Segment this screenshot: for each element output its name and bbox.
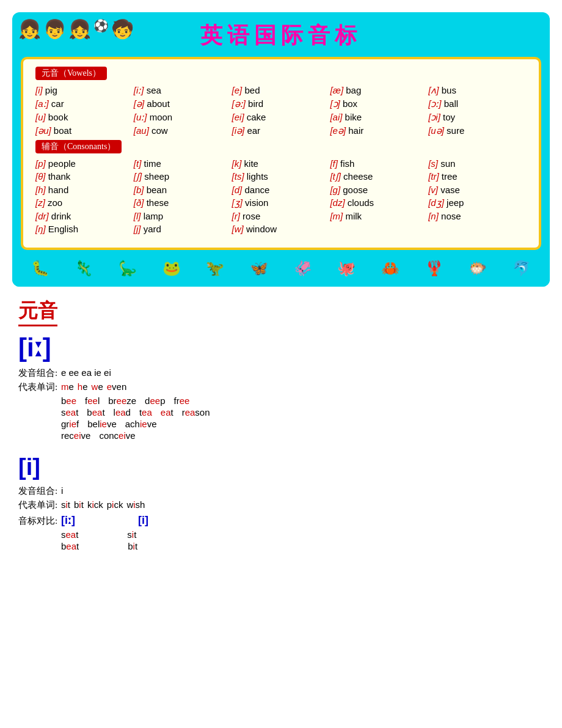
word-me: me (61, 381, 74, 392)
cons-cell: [s] sun (428, 158, 527, 169)
vowel-cell: [ə] about (134, 98, 232, 109)
cons-cell: [j] yard (134, 224, 232, 234)
section-title: 元音 (18, 298, 57, 326)
cons-cell: [m] milk (330, 211, 428, 221)
monster3: 🦕 (114, 255, 142, 282)
example-label: 代表单词: (18, 381, 61, 393)
word-lead: lead (114, 407, 131, 417)
vowels-grid: [i] pig [iː] sea [e] bed [æ] bag [ʌ] bus… (35, 85, 527, 136)
word-sit: sit (61, 499, 70, 510)
monster5: 🦖 (202, 255, 229, 282)
word-he: he (78, 381, 88, 392)
vowel-cell: [iə] ear (232, 125, 330, 136)
word-sit-compare: sit (127, 529, 136, 540)
pronunciation-combo2: i (61, 485, 63, 496)
word-line-3: seat beat lead tea eat reason (61, 407, 544, 417)
word-line-5: receive conceive (61, 430, 544, 441)
cons-cell: [θ] thank (35, 171, 134, 182)
vowel-cell: [e] bed (232, 85, 330, 96)
vowels-label: 元音（Vowels） (35, 67, 107, 80)
vowel-cell: [iː] sea (134, 85, 232, 96)
cons-cell: [ʃ] sheep (134, 171, 232, 182)
word-breeze: breeze (108, 395, 136, 406)
vowel-cell: [ɔː] ball (428, 98, 527, 109)
cons-cell: [ŋ] English (35, 224, 134, 234)
cons-cell: [w] window (232, 224, 330, 234)
word-beat: beat (87, 407, 104, 417)
vowels-section: 元音 [iː] 发音组合: e ee ea ie ei 代表单词: me he … (12, 298, 550, 551)
word-kick: kick (87, 499, 103, 510)
figure3: 👧 (68, 18, 91, 40)
monster12: 🐬 (508, 255, 536, 282)
vowel-cell: [eə] hair (330, 125, 428, 136)
vowel-cell: [aː] car (35, 98, 134, 109)
phoneme-i-long: [iː] (18, 333, 544, 362)
vowel-cell: [ɔ] box (330, 98, 428, 109)
example-label2: 代表单词: (18, 499, 61, 511)
compare-row-header: 音标对比: [iː] [i] (18, 513, 544, 527)
vowel-cell: [ʌ] bus (428, 85, 527, 96)
word-receive: receive (61, 430, 90, 441)
word-line-4: grief believe achieve (61, 419, 544, 429)
word-reason: reason (182, 407, 210, 417)
cons-cell: [tʃ] cheese (330, 171, 428, 182)
cons-cell: [f] fish (330, 158, 428, 169)
figure1: 👧 (18, 18, 41, 40)
compare-label: 音标对比: (18, 515, 61, 527)
cons-cell: [dr] drink (35, 211, 134, 221)
monster7: 🦑 (289, 255, 316, 282)
word-bee: bee (61, 395, 76, 406)
word-seat: seat (61, 407, 78, 417)
compare-ph-long: [iː] (61, 513, 134, 527)
cons-cell: [ð] these (134, 197, 232, 208)
cons-cell: [tr] tree (428, 171, 527, 182)
pronunciation-row: 发音组合: e ee ea ie ei (18, 367, 544, 379)
word-wish: wish (126, 499, 145, 510)
cons-cell: [g] goose (330, 185, 428, 195)
pronunciation-row2: 发音组合: i (18, 485, 544, 497)
chart-footer: 🐛 🦎 🦕 🐸 🦖 🦋 🦑 🐙 🦀 🦞 🐡 🐬 (12, 250, 550, 287)
pronunciation-combos: e ee ea ie ei (61, 367, 111, 378)
phoneme-i-short: [i] (18, 454, 544, 480)
word-grief: grief (61, 419, 79, 429)
word-beat-compare: beat (61, 541, 79, 551)
word-line-2: bee feel breeze deep free (61, 395, 544, 406)
vowel-cell: [au] cow (134, 125, 232, 136)
compare-ph-short: [i] (138, 514, 148, 527)
example-row2: 代表单词: sit bit kick pick wish (18, 499, 544, 511)
cons-cell: [l] lamp (134, 211, 232, 221)
example-words2: sit bit kick pick wish (61, 499, 145, 510)
soccer-ball: ⚽ (93, 18, 109, 40)
cons-cell: [n] nose (428, 211, 527, 221)
chart-inner: 元音（Vowels） [i] pig [iː] sea [e] bed [æ] … (21, 57, 541, 250)
pronunciation-label: 发音组合: (18, 367, 61, 379)
cons-cell: [b] bean (134, 185, 232, 195)
cons-cell (428, 224, 527, 234)
vowel-cell: [əu] boat (35, 125, 134, 136)
word-achieve: achieve (125, 419, 157, 429)
vowel-cell: [uə] sure (428, 125, 527, 136)
vowel-cell: [əː] bird (232, 98, 330, 109)
word-deep: deep (145, 395, 165, 406)
example-line1: me he we even (61, 381, 126, 392)
phonics-chart: 👧 👦 👧 ⚽ 🧒 英语国际音标 元音（Vowels） [i] pig [iː]… (12, 12, 550, 287)
cons-cell: [z] zoo (35, 197, 134, 208)
monster9: 🦀 (377, 255, 404, 282)
cons-cell: [ʒ] vision (232, 197, 330, 208)
cartoon-figures: 👧 👦 👧 ⚽ 🧒 (18, 18, 134, 40)
monster6: 🦋 (246, 255, 273, 282)
word-seat-compare: seat (61, 529, 78, 540)
vowel-cell: [ɔi] toy (428, 112, 527, 123)
word-group-2: bee feel breeze deep free seat beat lead… (61, 395, 544, 442)
word-conceive: conceive (99, 430, 135, 441)
word-tea: tea (139, 407, 152, 417)
word-believe: believe (87, 419, 117, 429)
word-bit: bit (74, 499, 84, 510)
monster8: 🐙 (333, 255, 360, 282)
vowel-cell: [uː] moon (134, 112, 232, 123)
monster4: 🐸 (158, 255, 185, 282)
word-feel: feel (85, 395, 100, 406)
word-even: even (107, 381, 127, 392)
word-bit-compare: bit (128, 541, 137, 551)
cons-cell: [dʒ] jeep (428, 197, 527, 208)
